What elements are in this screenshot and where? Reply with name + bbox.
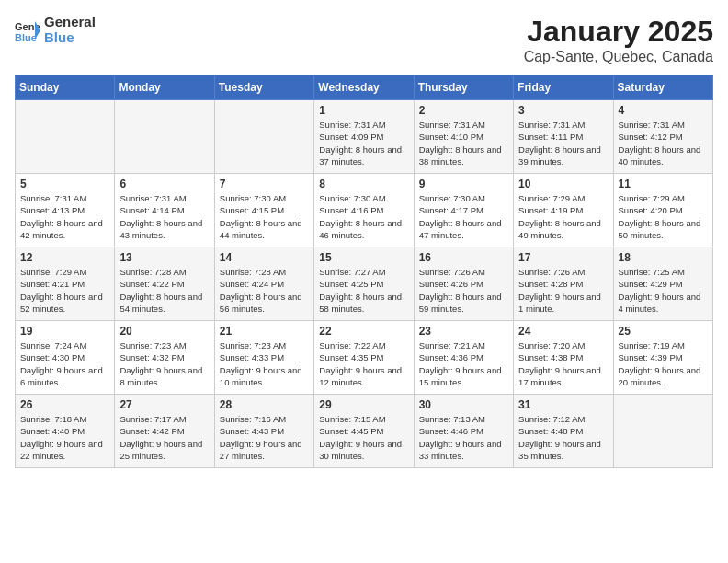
calendar-week-row: 19Sunrise: 7:24 AM Sunset: 4:30 PM Dayli… bbox=[16, 321, 713, 395]
calendar-day-cell: 24Sunrise: 7:20 AM Sunset: 4:38 PM Dayli… bbox=[514, 321, 613, 395]
calendar-day-cell: 27Sunrise: 7:17 AM Sunset: 4:42 PM Dayli… bbox=[115, 395, 214, 468]
day-info: Sunrise: 7:18 AM Sunset: 4:40 PM Dayligh… bbox=[20, 413, 109, 462]
day-info: Sunrise: 7:16 AM Sunset: 4:43 PM Dayligh… bbox=[220, 413, 309, 462]
calendar-day-cell: 30Sunrise: 7:13 AM Sunset: 4:46 PM Dayli… bbox=[414, 395, 513, 468]
day-info: Sunrise: 7:25 AM Sunset: 4:29 PM Dayligh… bbox=[619, 266, 708, 315]
day-info: Sunrise: 7:31 AM Sunset: 4:09 PM Dayligh… bbox=[319, 119, 408, 167]
calendar-header-row: SundayMondayTuesdayWednesdayThursdayFrid… bbox=[16, 75, 713, 100]
day-number: 11 bbox=[619, 178, 708, 190]
day-number: 24 bbox=[518, 325, 608, 338]
day-number: 21 bbox=[220, 325, 309, 338]
day-number: 7 bbox=[220, 178, 309, 190]
day-number: 1 bbox=[319, 104, 408, 117]
day-of-week-header: Monday bbox=[115, 75, 214, 100]
calendar-day-cell: 14Sunrise: 7:28 AM Sunset: 4:24 PM Dayli… bbox=[214, 247, 313, 321]
day-number: 22 bbox=[319, 325, 408, 338]
day-info: Sunrise: 7:26 AM Sunset: 4:26 PM Dayligh… bbox=[419, 266, 508, 315]
day-number: 17 bbox=[518, 251, 608, 264]
calendar-day-cell bbox=[613, 395, 712, 468]
calendar-day-cell: 17Sunrise: 7:26 AM Sunset: 4:28 PM Dayli… bbox=[514, 247, 613, 321]
day-number: 5 bbox=[20, 178, 109, 190]
calendar-day-cell: 26Sunrise: 7:18 AM Sunset: 4:40 PM Dayli… bbox=[16, 395, 115, 468]
day-info: Sunrise: 7:30 AM Sunset: 4:17 PM Dayligh… bbox=[419, 192, 508, 241]
day-of-week-header: Wednesday bbox=[314, 75, 414, 100]
calendar-day-cell: 1Sunrise: 7:31 AM Sunset: 4:09 PM Daylig… bbox=[314, 100, 414, 174]
day-number: 23 bbox=[419, 325, 508, 338]
calendar-day-cell: 22Sunrise: 7:22 AM Sunset: 4:35 PM Dayli… bbox=[314, 321, 414, 395]
day-info: Sunrise: 7:31 AM Sunset: 4:13 PM Dayligh… bbox=[20, 192, 109, 241]
calendar-day-cell: 15Sunrise: 7:27 AM Sunset: 4:25 PM Dayli… bbox=[314, 247, 414, 321]
day-number: 19 bbox=[20, 325, 109, 338]
day-number: 28 bbox=[220, 398, 309, 411]
day-info: Sunrise: 7:31 AM Sunset: 4:11 PM Dayligh… bbox=[518, 119, 608, 167]
day-info: Sunrise: 7:17 AM Sunset: 4:42 PM Dayligh… bbox=[119, 413, 209, 462]
calendar-day-cell bbox=[115, 100, 214, 174]
day-number: 31 bbox=[518, 398, 608, 411]
day-info: Sunrise: 7:31 AM Sunset: 4:10 PM Dayligh… bbox=[419, 119, 508, 167]
location-title: Cap-Sante, Quebec, Canada bbox=[524, 49, 713, 65]
day-info: Sunrise: 7:22 AM Sunset: 4:35 PM Dayligh… bbox=[319, 339, 408, 388]
calendar-day-cell: 10Sunrise: 7:29 AM Sunset: 4:19 PM Dayli… bbox=[514, 174, 613, 247]
calendar-week-row: 12Sunrise: 7:29 AM Sunset: 4:21 PM Dayli… bbox=[16, 247, 713, 321]
day-info: Sunrise: 7:19 AM Sunset: 4:39 PM Dayligh… bbox=[619, 339, 708, 388]
day-of-week-header: Sunday bbox=[16, 75, 115, 100]
day-info: Sunrise: 7:23 AM Sunset: 4:32 PM Dayligh… bbox=[119, 339, 209, 388]
day-info: Sunrise: 7:29 AM Sunset: 4:21 PM Dayligh… bbox=[20, 266, 109, 315]
day-number: 8 bbox=[319, 178, 408, 190]
day-number: 30 bbox=[419, 398, 508, 411]
day-number: 3 bbox=[518, 104, 608, 117]
calendar-day-cell: 18Sunrise: 7:25 AM Sunset: 4:29 PM Dayli… bbox=[613, 247, 712, 321]
day-info: Sunrise: 7:26 AM Sunset: 4:28 PM Dayligh… bbox=[518, 266, 608, 315]
calendar-day-cell: 2Sunrise: 7:31 AM Sunset: 4:10 PM Daylig… bbox=[414, 100, 513, 174]
day-number: 16 bbox=[419, 251, 508, 264]
calendar-table: SundayMondayTuesdayWednesdayThursdayFrid… bbox=[15, 75, 713, 468]
day-info: Sunrise: 7:24 AM Sunset: 4:30 PM Dayligh… bbox=[20, 339, 109, 388]
day-number: 13 bbox=[119, 251, 209, 264]
day-number: 9 bbox=[419, 178, 508, 190]
calendar-day-cell: 31Sunrise: 7:12 AM Sunset: 4:48 PM Dayli… bbox=[514, 395, 613, 468]
calendar-day-cell: 8Sunrise: 7:30 AM Sunset: 4:16 PM Daylig… bbox=[314, 174, 414, 247]
calendar-day-cell: 6Sunrise: 7:31 AM Sunset: 4:14 PM Daylig… bbox=[115, 174, 214, 247]
day-of-week-header: Saturday bbox=[613, 75, 712, 100]
day-number: 12 bbox=[20, 251, 109, 264]
day-number: 6 bbox=[119, 178, 209, 190]
calendar-day-cell: 12Sunrise: 7:29 AM Sunset: 4:21 PM Dayli… bbox=[16, 247, 115, 321]
day-info: Sunrise: 7:30 AM Sunset: 4:16 PM Dayligh… bbox=[319, 192, 408, 241]
calendar-day-cell: 16Sunrise: 7:26 AM Sunset: 4:26 PM Dayli… bbox=[414, 247, 513, 321]
calendar-day-cell: 28Sunrise: 7:16 AM Sunset: 4:43 PM Dayli… bbox=[214, 395, 313, 468]
day-number: 20 bbox=[119, 325, 209, 338]
day-info: Sunrise: 7:23 AM Sunset: 4:33 PM Dayligh… bbox=[220, 339, 309, 388]
calendar-day-cell: 25Sunrise: 7:19 AM Sunset: 4:39 PM Dayli… bbox=[613, 321, 712, 395]
logo-icon: General Blue bbox=[15, 17, 40, 43]
calendar-day-cell: 7Sunrise: 7:30 AM Sunset: 4:15 PM Daylig… bbox=[214, 174, 313, 247]
calendar-day-cell: 9Sunrise: 7:30 AM Sunset: 4:17 PM Daylig… bbox=[414, 174, 513, 247]
day-number: 15 bbox=[319, 251, 408, 264]
day-info: Sunrise: 7:30 AM Sunset: 4:15 PM Dayligh… bbox=[220, 192, 309, 241]
day-info: Sunrise: 7:29 AM Sunset: 4:20 PM Dayligh… bbox=[619, 192, 708, 241]
calendar-day-cell bbox=[16, 100, 115, 174]
day-info: Sunrise: 7:29 AM Sunset: 4:19 PM Dayligh… bbox=[518, 192, 608, 241]
calendar-week-row: 5Sunrise: 7:31 AM Sunset: 4:13 PM Daylig… bbox=[16, 174, 713, 247]
day-info: Sunrise: 7:20 AM Sunset: 4:38 PM Dayligh… bbox=[518, 339, 608, 388]
day-number: 26 bbox=[20, 398, 109, 411]
day-number: 2 bbox=[419, 104, 508, 117]
day-info: Sunrise: 7:28 AM Sunset: 4:22 PM Dayligh… bbox=[119, 266, 209, 315]
calendar-day-cell bbox=[214, 100, 313, 174]
header: General Blue General Blue January 2025 C… bbox=[15, 15, 713, 65]
calendar-day-cell: 21Sunrise: 7:23 AM Sunset: 4:33 PM Dayli… bbox=[214, 321, 313, 395]
day-info: Sunrise: 7:21 AM Sunset: 4:36 PM Dayligh… bbox=[419, 339, 508, 388]
day-number: 18 bbox=[619, 251, 708, 264]
calendar-day-cell: 19Sunrise: 7:24 AM Sunset: 4:30 PM Dayli… bbox=[16, 321, 115, 395]
calendar-day-cell: 3Sunrise: 7:31 AM Sunset: 4:11 PM Daylig… bbox=[514, 100, 613, 174]
logo: General Blue General Blue bbox=[15, 15, 96, 45]
calendar-day-cell: 20Sunrise: 7:23 AM Sunset: 4:32 PM Dayli… bbox=[115, 321, 214, 395]
logo-general-text: General bbox=[44, 15, 96, 30]
calendar-day-cell: 5Sunrise: 7:31 AM Sunset: 4:13 PM Daylig… bbox=[16, 174, 115, 247]
day-info: Sunrise: 7:31 AM Sunset: 4:14 PM Dayligh… bbox=[119, 192, 209, 241]
day-number: 4 bbox=[619, 104, 708, 117]
day-number: 10 bbox=[518, 178, 608, 190]
day-info: Sunrise: 7:28 AM Sunset: 4:24 PM Dayligh… bbox=[220, 266, 309, 315]
day-of-week-header: Tuesday bbox=[214, 75, 313, 100]
day-info: Sunrise: 7:13 AM Sunset: 4:46 PM Dayligh… bbox=[419, 413, 508, 462]
day-of-week-header: Thursday bbox=[414, 75, 513, 100]
